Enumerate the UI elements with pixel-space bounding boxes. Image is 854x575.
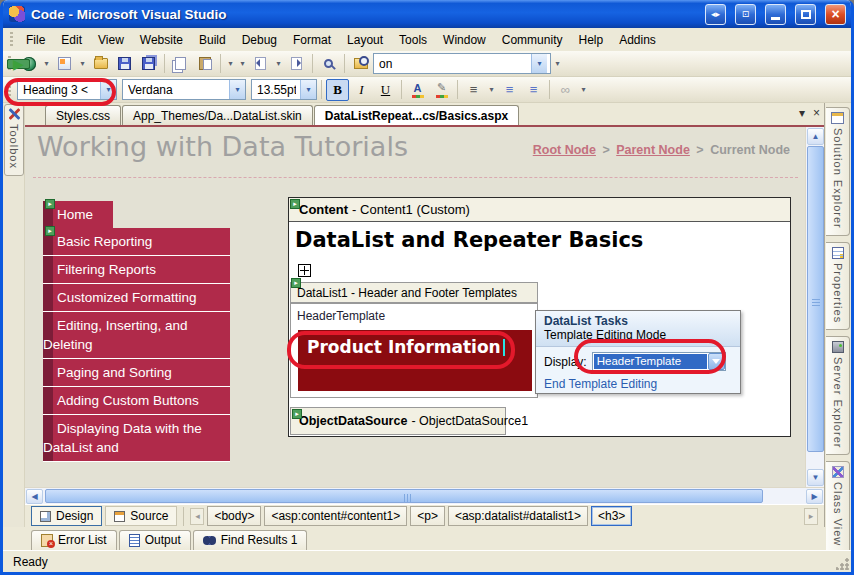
vertical-scrollbar[interactable]: ▲ ▼ [805,127,824,487]
class-view-tab[interactable]: Class View [826,461,850,553]
tag-asp-datalist[interactable]: <asp:datalist#datalist1> [448,506,588,526]
close-document-button[interactable]: × [813,106,820,120]
resize-grip[interactable] [836,557,849,570]
add-item-dropdown[interactable]: ▾ [77,53,88,75]
toolbox-tab[interactable]: Toolbox [4,104,24,176]
copy-button[interactable] [169,53,192,75]
template-editor[interactable]: HeaderTemplate Product Information [290,303,538,398]
menu-view[interactable]: View [90,30,132,50]
breadcrumb-parent-link[interactable]: Parent Node [616,143,690,157]
server-explorer-tab[interactable]: Server Explorer [826,336,850,455]
save-button[interactable] [113,53,136,75]
tag-body[interactable]: <body> [207,506,261,526]
alignment-dropdown[interactable]: ▾ [486,79,497,101]
open-file-button[interactable] [89,53,112,75]
underline-button[interactable]: U [374,79,397,101]
find-results-tab[interactable]: Find Results 1 [193,530,308,550]
new-website-dropdown[interactable]: ▾ [41,53,52,75]
find-combo-dropdown[interactable]: ▾ [531,54,547,73]
tab-styles-css[interactable]: Styles.css [45,105,121,125]
tag-asp-content[interactable]: <asp:content#content1> [264,506,407,526]
menu-help[interactable]: Help [570,30,611,50]
menu-grip[interactable] [10,32,13,48]
horizontal-scroll-thumb[interactable] [45,489,763,503]
menu-debug[interactable]: Debug [234,30,285,50]
float-button[interactable]: ⊡ [735,4,756,25]
menu-edit[interactable]: Edit [53,30,90,50]
start-debug-button[interactable]: ▶ [7,59,30,69]
nav-item-displaying-datalist[interactable]: Displaying Data with the DataList and [43,415,230,462]
find-in-files-button[interactable] [349,53,372,75]
menu-tools[interactable]: Tools [391,30,435,50]
move-handle-icon[interactable] [298,264,311,277]
menu-community[interactable]: Community [494,30,571,50]
font-size-combo[interactable]: 13.55pt ▾ [251,79,317,100]
nav-item-adding-custom-buttons[interactable]: Adding Custom Buttons [43,387,230,415]
output-tab[interactable]: Output [119,530,191,550]
tag-h3[interactable]: <h3> [591,506,632,526]
menu-window[interactable]: Window [435,30,494,50]
navigate-forward-button[interactable] [285,53,308,75]
tag-scroll-right-button[interactable]: ▸ [804,508,818,525]
menu-addins[interactable]: Addins [611,30,664,50]
bullet-list-button[interactable]: ≡ [498,79,521,101]
scroll-down-button[interactable]: ▼ [807,469,824,486]
dropdown-arrow-icon[interactable] [708,353,725,370]
view-in-browser-button[interactable] [317,53,340,75]
toolbar-grip[interactable] [8,82,11,98]
formatting-overflow-button[interactable]: ▾ [578,79,589,101]
highlight-button[interactable]: ✎ [430,79,453,101]
nav-item-customized-formatting[interactable]: Customized Formatting [43,284,230,312]
save-all-button[interactable] [137,53,160,75]
solution-explorer-tab[interactable]: Solution Explorer [826,107,850,236]
find-combo-input[interactable] [379,54,527,73]
font-color-button[interactable]: A [406,79,429,101]
font-combo[interactable]: Verdana ▾ [122,79,246,100]
tab-list-dropdown[interactable]: ▾ [799,106,805,120]
display-template-dropdown[interactable]: HeaderTemplate [592,352,726,371]
end-template-editing-link[interactable]: End Template Editing [544,377,732,391]
nav-item-paging-sorting[interactable]: Paging and Sorting [43,359,230,387]
scroll-right-button[interactable]: ▶ [806,489,823,504]
add-item-button[interactable] [53,53,76,75]
find-combo[interactable]: ▾ [373,53,551,74]
nav-item-editing-inserting-deleting[interactable]: Editing, Inserting, and Deleting [43,312,230,359]
bold-button[interactable]: B [326,79,349,101]
style-combo-dropdown[interactable]: ▾ [100,80,116,99]
header-template-content[interactable]: Product Information [298,330,532,391]
tag-scroll-left-button[interactable]: ◂ [190,508,204,525]
source-view-button[interactable]: Source [105,506,177,526]
alignment-button[interactable]: ≡ [462,79,485,101]
horizontal-scroll-track[interactable] [44,488,805,504]
breadcrumb-root-link[interactable]: Root Node [533,143,596,157]
hyperlink-button[interactable]: ∞ [554,79,577,101]
datalist-control-header[interactable]: DataList1 - Header and Footer Templates [290,282,538,303]
menu-format[interactable]: Format [285,30,339,50]
properties-tab[interactable]: Properties [826,242,850,330]
error-list-tab[interactable]: Error List [31,530,117,550]
design-surface[interactable]: Working with Data Tutorials Root Node > … [25,127,824,487]
navigate-backward-button[interactable] [249,53,272,75]
toolbar-overflow-button[interactable]: ▾ [552,53,563,75]
maximize-button[interactable] [795,4,816,25]
redo-dropdown[interactable]: ▾ [237,53,248,75]
tab-basics-aspx[interactable]: DataListRepeat...cs/Basics.aspx [314,105,519,125]
design-view-button[interactable]: Design [31,506,102,526]
scroll-up-button[interactable]: ▲ [807,128,824,145]
tab-datalist-skin[interactable]: App_Themes/Da...DataList.skin [122,105,313,125]
template-text[interactable]: Product Information [307,337,501,357]
objectdatasource-control[interactable]: ▸ ObjectDataSource- ObjectDataSource1 [290,407,506,435]
title-bar[interactable]: Code - Microsoft Visual Studio ◂▸ ⊡ × [3,0,851,28]
menu-build[interactable]: Build [191,30,234,50]
nav-item-filtering-reports[interactable]: Filtering Reports [43,256,230,284]
font-combo-dropdown[interactable]: ▾ [229,80,245,99]
close-button[interactable]: × [825,4,846,25]
tag-p[interactable]: <p> [410,506,445,526]
nav-item-basic-reporting[interactable]: Basic Reporting [43,228,230,256]
content-control-header[interactable]: Content- Content1 (Custom) [289,198,790,222]
dock-button[interactable]: ◂▸ [705,4,726,25]
navigate-backward-dropdown[interactable]: ▾ [273,53,284,75]
menu-layout[interactable]: Layout [339,30,391,50]
numbered-list-button[interactable]: ≡ [522,79,545,101]
horizontal-scrollbar[interactable]: ◀ ▶ [25,487,824,504]
